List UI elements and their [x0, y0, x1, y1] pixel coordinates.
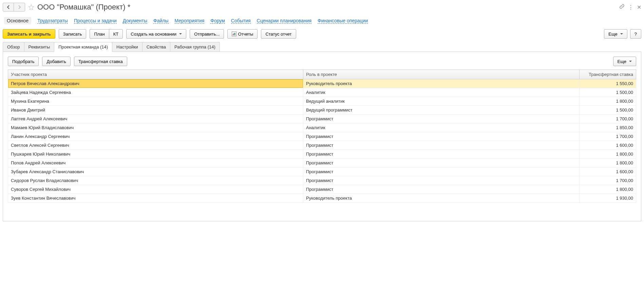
cell-rate[interactable]: 1 500,00 [580, 106, 636, 115]
more-vertical-icon[interactable]: ⋮ [628, 4, 633, 11]
link-icon[interactable] [619, 4, 625, 11]
table-row[interactable]: Лаптев Андрей АлексеевичПрограммист1 700… [8, 115, 636, 123]
cell-participant[interactable]: Пушкарев Юрий Николаевич [8, 150, 303, 159]
cell-role[interactable]: Программист [303, 159, 579, 167]
link-tab-occasions[interactable]: События [231, 18, 251, 24]
cell-role[interactable]: Программист [303, 167, 579, 176]
more-button[interactable]: Еще [604, 29, 627, 39]
plan-button[interactable]: План [90, 29, 109, 39]
pick-button[interactable]: Подобрать [8, 57, 39, 66]
link-tab-files[interactable]: Файлы [153, 18, 168, 24]
cell-role[interactable]: Программист [303, 132, 579, 141]
kt-button[interactable]: КТ [109, 29, 123, 39]
cell-role[interactable]: Программист [303, 141, 579, 150]
save-button[interactable]: Записать [59, 29, 87, 39]
table-row[interactable]: Иванов ДмитрийВедущий программист1 500,0… [8, 106, 636, 115]
cell-rate[interactable]: 1 800,00 [580, 185, 636, 194]
table-header-row: Участник проекта Роль в проекте Трансфер… [8, 70, 636, 79]
col-rate[interactable]: Трансфертная ставка [580, 70, 636, 79]
link-tab-forum[interactable]: Форум [210, 18, 225, 24]
tab-details[interactable]: Реквизиты [24, 42, 55, 52]
transfer-rate-button[interactable]: Трансфертная ставка [74, 57, 127, 66]
cell-participant[interactable]: Петров Вячеслав Александрович [8, 79, 303, 88]
nav-back-button[interactable] [3, 3, 14, 11]
cell-participant[interactable]: Суворов Сергей Михайлович [8, 185, 303, 194]
create-based-button[interactable]: Создать на основании [126, 29, 186, 39]
cell-rate[interactable]: 1 800,00 [580, 159, 636, 167]
tab-workgroup[interactable]: Рабочая группа (14) [170, 42, 220, 52]
link-tab-main[interactable]: Основное [4, 17, 31, 24]
cell-role[interactable]: Программист [303, 176, 579, 185]
table-row[interactable]: Петров Вячеслав АлександровичРуководител… [8, 79, 636, 88]
status-report-button[interactable]: Статус отчет [261, 29, 296, 39]
inner-more-button[interactable]: Еще [613, 57, 636, 66]
cell-role[interactable]: Программист [303, 115, 579, 123]
cell-rate[interactable]: 1 930,00 [580, 194, 636, 203]
cell-participant[interactable]: Сидоров Руслан Владиславович [8, 176, 303, 185]
cell-role[interactable]: Ведущий аналитик [303, 97, 579, 106]
cell-rate[interactable]: 1 600,00 [580, 141, 636, 150]
link-tab-documents[interactable]: Документы [123, 18, 147, 24]
cell-rate[interactable]: 1 700,00 [580, 115, 636, 123]
cell-participant[interactable]: Иванов Дмитрий [8, 106, 303, 115]
col-participant[interactable]: Участник проекта [8, 70, 303, 79]
table-row[interactable]: Мухина ЕкатеринаВедущий аналитик1 800,00 [8, 97, 636, 106]
table-row[interactable]: Попов Андрей АлексеевичПрограммист1 800,… [8, 159, 636, 167]
favorite-star-icon[interactable] [28, 4, 35, 11]
cell-rate[interactable]: 1 550,00 [580, 79, 636, 88]
cell-rate[interactable]: 1 850,00 [580, 123, 636, 132]
cell-participant[interactable]: Ланин Александр Сергеевич [8, 132, 303, 141]
table-row[interactable]: Сидоров Руслан ВладиславовичПрограммист1… [8, 176, 636, 185]
reports-button[interactable]: Отчеты [227, 29, 258, 39]
cell-participant[interactable]: Зайцева Надежда Сергеевна [8, 88, 303, 97]
table-row[interactable]: Мамаев Юрий ВладиславовичАналитик1 850,0… [8, 123, 636, 132]
close-icon[interactable]: ✕ [637, 4, 641, 11]
cell-role[interactable]: Программист [303, 185, 579, 194]
send-button[interactable]: Отправить... [190, 29, 224, 39]
cell-rate[interactable]: 1 500,00 [580, 88, 636, 97]
link-tab-labor[interactable]: Трудозатраты [37, 18, 68, 24]
table-row[interactable]: Светлов Алексей СергеевичПрограммист1 60… [8, 141, 636, 150]
table-row[interactable]: Суворов Сергей МихайловичПрограммист1 80… [8, 185, 636, 194]
table-row[interactable]: Зубарев Александр СтаниславовичПрограмми… [8, 167, 636, 176]
cell-rate[interactable]: 1 800,00 [580, 97, 636, 106]
table-row[interactable]: Пушкарев Юрий НиколаевичПрограммист1 800… [8, 150, 636, 159]
cell-rate[interactable]: 1 700,00 [580, 176, 636, 185]
table-row[interactable]: Зайцева Надежда СергеевнаАналитик1 500,0… [8, 88, 636, 97]
add-button[interactable]: Добавить [42, 57, 70, 66]
cell-rate[interactable]: 1 800,00 [580, 150, 636, 159]
inner-toolbar: Подобрать Добавить Трансфертная ставка Е… [8, 57, 636, 66]
tab-overview[interactable]: Обзор [3, 42, 24, 52]
nav-forward-button[interactable] [14, 3, 25, 11]
cell-participant[interactable]: Мамаев Юрий Владиславович [8, 123, 303, 132]
tab-settings[interactable]: Настройки [112, 42, 143, 52]
tab-team[interactable]: Проектная команда (14) [54, 42, 112, 52]
table-row[interactable]: Ланин Александр СергеевичПрограммист1 70… [8, 132, 636, 141]
help-button[interactable]: ? [630, 29, 641, 39]
cell-participant[interactable]: Светлов Алексей Сергеевич [8, 141, 303, 150]
cell-participant[interactable]: Зубарев Александр Станиславович [8, 167, 303, 176]
cell-participant[interactable]: Лаптев Андрей Алексеевич [8, 115, 303, 123]
link-tab-events[interactable]: Мероприятия [175, 18, 205, 24]
cell-role[interactable]: Аналитик [303, 123, 579, 132]
cell-participant[interactable]: Зуев Константин Вячеславович [8, 194, 303, 203]
cell-role[interactable]: Руководитель проекта [303, 79, 579, 88]
header-actions: ⋮ ✕ [619, 4, 641, 11]
save-close-button[interactable]: Записать и закрыть [3, 29, 55, 39]
tab-properties[interactable]: Свойства [142, 42, 170, 52]
cell-participant[interactable]: Мухина Екатерина [8, 97, 303, 106]
cell-participant[interactable]: Попов Андрей Алексеевич [8, 159, 303, 167]
cell-role[interactable]: Аналитик [303, 88, 579, 97]
cell-rate[interactable]: 1 700,00 [580, 132, 636, 141]
sub-tabs: Обзор Реквизиты Проектная команда (14) Н… [3, 42, 641, 52]
nav-buttons [3, 3, 25, 12]
cell-role[interactable]: Ведущий программист [303, 106, 579, 115]
link-tab-financial[interactable]: Финансовые операции [318, 18, 368, 24]
col-role[interactable]: Роль в проекте [303, 70, 579, 79]
link-tab-planning[interactable]: Сценарии планирования [257, 18, 311, 24]
cell-rate[interactable]: 1 600,00 [580, 167, 636, 176]
cell-role[interactable]: Руководитель проекта [303, 194, 579, 203]
link-tab-processes[interactable]: Процессы и задачи [74, 18, 117, 24]
table-row[interactable]: Зуев Константин ВячеславовичРуководитель… [8, 194, 636, 203]
cell-role[interactable]: Программист [303, 150, 579, 159]
